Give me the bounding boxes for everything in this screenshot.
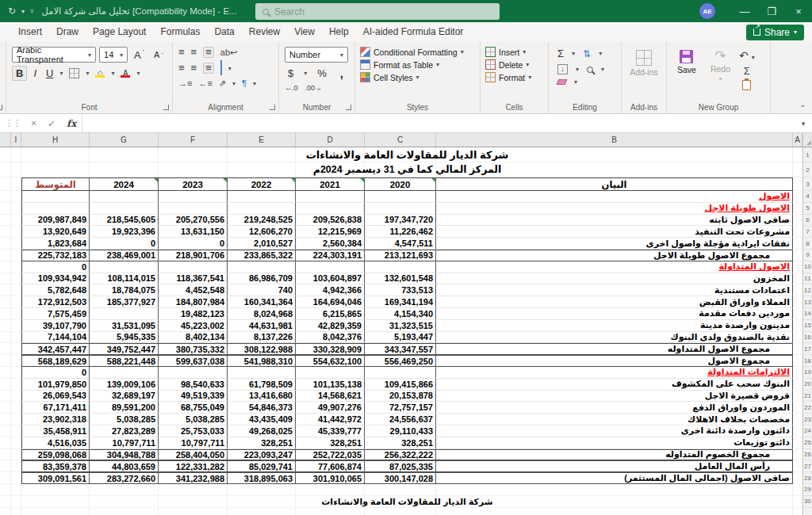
value-cell[interactable]: 160,341,364 xyxy=(228,296,296,308)
cell-A30[interactable] xyxy=(793,496,802,508)
value-cell[interactable]: 256,322,222 xyxy=(365,449,436,461)
value-cell[interactable]: 41,442,972 xyxy=(296,414,365,425)
collapse-ribbon-icon[interactable]: ⌄ xyxy=(799,101,806,109)
tab-draw[interactable]: Draw xyxy=(49,22,86,42)
row-label[interactable]: مجموع الاصول طويلة الاجل xyxy=(436,250,793,261)
value-cell[interactable]: 109,934,942 xyxy=(21,273,90,285)
find-dropdown-icon[interactable]: ▾ xyxy=(601,66,604,73)
value-cell[interactable]: 35,458,911 xyxy=(21,425,90,437)
value-cell[interactable]: 12,606,270 xyxy=(228,226,296,238)
shrink-font-button[interactable]: Aˇ xyxy=(151,49,167,60)
cell-edge[interactable] xyxy=(0,284,11,296)
cancel-icon[interactable]: × xyxy=(25,118,42,129)
value-cell[interactable]: 328,251 xyxy=(365,437,436,449)
cell-E29[interactable] xyxy=(228,484,296,496)
font-color-button[interactable]: A xyxy=(117,69,133,78)
value-cell[interactable]: 328,251 xyxy=(228,437,296,449)
value-cell[interactable]: 1,823,684 xyxy=(21,238,90,250)
cell-D29[interactable] xyxy=(296,484,365,496)
autosum-button[interactable]: Σ xyxy=(554,47,567,60)
value-cell[interactable]: 103,604,897 xyxy=(296,273,365,285)
value-cell[interactable] xyxy=(90,203,159,215)
value-cell[interactable]: 0 xyxy=(21,367,90,379)
alignment-dialog-launcher-icon[interactable] xyxy=(270,105,275,110)
namebox-drag-handle[interactable]: ⋮⋮ xyxy=(0,118,25,128)
value-cell[interactable]: 556,469,250 xyxy=(365,355,436,367)
value-cell[interactable]: 49,268,025 xyxy=(228,425,296,437)
cell-edge[interactable] xyxy=(0,414,11,425)
insert-function-icon[interactable]: fx xyxy=(61,118,82,129)
cell-A4[interactable] xyxy=(793,191,802,203)
column-header-I[interactable]: I xyxy=(11,133,21,147)
cell-A10[interactable] xyxy=(793,261,802,273)
value-cell[interactable]: 568,189,629 xyxy=(21,355,90,367)
row-number-8[interactable]: 8 xyxy=(803,238,812,250)
value-cell[interactable]: 32,689,197 xyxy=(90,391,159,402)
row-number-16[interactable]: 16 xyxy=(803,332,812,344)
orientation-dropdown-icon[interactable]: ▾ xyxy=(232,80,236,87)
row-number-9[interactable]: 9 xyxy=(803,250,812,261)
cell-A7[interactable] xyxy=(793,226,802,238)
cell-A21[interactable] xyxy=(793,391,802,402)
value-cell[interactable]: 12,215,969 xyxy=(296,226,365,238)
value-cell[interactable]: 184,807,984 xyxy=(159,296,228,308)
value-cell[interactable]: 309,091,561 xyxy=(21,472,90,484)
cell-edge[interactable] xyxy=(0,367,11,379)
cell-I14[interactable] xyxy=(11,308,21,320)
fill-dropdown-icon[interactable]: ▾ xyxy=(576,66,579,73)
row-label[interactable]: موردين دفعات مقدمة xyxy=(436,308,793,320)
cell-I2[interactable] xyxy=(11,162,21,177)
align-right-icon[interactable]: ≡ xyxy=(203,63,214,74)
cell-I5[interactable] xyxy=(11,203,21,215)
cell-A24[interactable] xyxy=(793,425,802,437)
cell-A23[interactable] xyxy=(793,414,802,425)
tab-data[interactable]: Data xyxy=(207,22,241,42)
cell-I16[interactable] xyxy=(11,332,21,344)
cell-A9[interactable] xyxy=(793,250,802,261)
underline-dropdown-icon[interactable]: ▾ xyxy=(59,70,63,77)
cell-edge[interactable] xyxy=(0,379,11,391)
value-cell[interactable] xyxy=(159,203,228,215)
column-header-E[interactable]: E xyxy=(228,133,296,147)
value-cell[interactable]: 10,797,711 xyxy=(90,437,159,449)
cell-I28[interactable] xyxy=(11,472,21,484)
align-center-icon[interactable]: ≡ xyxy=(191,63,197,73)
value-cell[interactable]: 23,902,318 xyxy=(21,414,90,425)
cell-edge[interactable] xyxy=(0,460,11,472)
value-cell[interactable]: 86,986,709 xyxy=(228,273,296,285)
value-cell[interactable]: 0 xyxy=(21,261,90,273)
value-cell[interactable]: 7,144,104 xyxy=(21,332,90,344)
cell-A31[interactable] xyxy=(793,508,802,515)
cell-I11[interactable] xyxy=(11,273,21,285)
formula-input[interactable] xyxy=(82,114,795,132)
column-header-B[interactable]: B xyxy=(436,133,793,147)
value-cell[interactable]: 0 xyxy=(90,238,159,250)
row-number-1[interactable]: 1 xyxy=(803,147,812,162)
value-cell[interactable] xyxy=(90,367,159,379)
row-number-17[interactable]: 17 xyxy=(803,343,812,355)
cell-A2[interactable] xyxy=(793,162,802,177)
value-cell[interactable]: 233,865,322 xyxy=(228,250,296,261)
header-year-2023[interactable]: 2023 xyxy=(159,177,228,191)
cell-edge[interactable] xyxy=(0,425,11,437)
cell-A8[interactable] xyxy=(793,238,802,250)
value-cell[interactable] xyxy=(365,367,436,379)
cell-F31[interactable] xyxy=(159,508,228,515)
cell-I27[interactable] xyxy=(11,460,21,472)
row-number-25[interactable]: 25 xyxy=(803,437,812,449)
row-label[interactable]: الاصول طويلة الاجل xyxy=(436,203,793,215)
font-color-dropdown-icon[interactable]: ▾ xyxy=(136,70,140,77)
cell-A26[interactable] xyxy=(793,449,802,461)
row-label[interactable]: المخزون xyxy=(436,273,793,285)
header-year-2024[interactable]: 2024 xyxy=(90,177,159,191)
comma-style-button[interactable]: , xyxy=(337,66,347,81)
wrap-text-icon[interactable]: ab↩ xyxy=(220,48,237,57)
fill-button[interactable]: ↓ xyxy=(554,63,571,75)
header-year-2022[interactable]: 2022 xyxy=(228,177,296,191)
row-label[interactable]: قروض قصيرة الاجل xyxy=(436,391,793,402)
value-cell[interactable]: 301,910,065 xyxy=(296,472,365,484)
value-cell[interactable] xyxy=(159,261,228,273)
cell-edge[interactable] xyxy=(0,355,11,367)
value-cell[interactable]: 67,171,411 xyxy=(21,402,90,414)
currency-dropdown-icon[interactable]: ▾ xyxy=(304,70,307,77)
